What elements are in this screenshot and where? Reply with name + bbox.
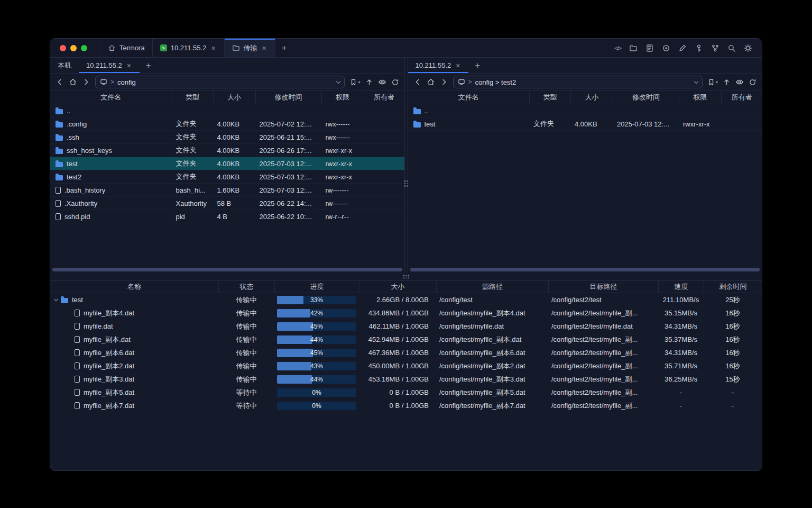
tab-host[interactable]: > 10.211.55.2 × bbox=[152, 39, 224, 57]
home-icon[interactable] bbox=[427, 78, 435, 86]
path-bar[interactable]: > config bbox=[95, 76, 345, 88]
chevron-down-icon[interactable] bbox=[336, 79, 340, 83]
table-row[interactable]: ssh_host_keys 文件夹 4.00KB 2025-06-26 17:.… bbox=[50, 144, 404, 157]
table-row[interactable]: .. bbox=[408, 104, 762, 117]
transfer-speed: 211.10MB/s bbox=[658, 293, 704, 306]
code-icon[interactable]: </> bbox=[614, 45, 621, 51]
tab-remote-host[interactable]: 10.211.55.2 × bbox=[408, 58, 469, 73]
upload-icon[interactable] bbox=[365, 78, 373, 86]
panel-splitter-vertical[interactable] bbox=[404, 58, 408, 273]
close-icon[interactable]: × bbox=[261, 44, 267, 52]
column-header[interactable]: 文件名 bbox=[408, 91, 530, 104]
column-header[interactable]: 类型 bbox=[172, 91, 213, 104]
chevron-down-icon[interactable] bbox=[694, 79, 698, 83]
bookmark-icon[interactable]: ▾ bbox=[349, 78, 360, 86]
table-row[interactable]: .Xauthority Xauthority 58 B 2025-06-22 1… bbox=[50, 197, 404, 210]
new-panel-tab-button[interactable]: + bbox=[468, 58, 486, 73]
refresh-icon[interactable] bbox=[749, 78, 756, 86]
table-row[interactable]: .bash_history bash_hi... 1.60KB 2025-07-… bbox=[50, 184, 404, 197]
refresh-icon[interactable] bbox=[391, 78, 399, 86]
table-row[interactable]: .config 文件夹 4.00KB 2025-07-02 12:... rwx… bbox=[50, 117, 404, 131]
new-panel-tab-button[interactable]: + bbox=[140, 58, 157, 73]
tab-label: 传输 bbox=[244, 43, 257, 53]
column-header[interactable]: 目标路径 bbox=[548, 281, 658, 293]
fork-icon[interactable] bbox=[711, 44, 719, 52]
panel-splitter-horizontal[interactable] bbox=[50, 273, 762, 280]
horizontal-scrollbar[interactable] bbox=[410, 268, 760, 271]
log-icon[interactable] bbox=[645, 44, 654, 52]
column-header[interactable]: 所有者 bbox=[364, 91, 404, 104]
tab-local[interactable]: 本机 bbox=[50, 58, 79, 73]
folder-icon[interactable] bbox=[629, 44, 638, 52]
column-header[interactable]: 剩余时间 bbox=[704, 281, 762, 293]
column-header[interactable]: 权限 bbox=[321, 91, 364, 104]
column-header[interactable]: 大小 bbox=[359, 281, 436, 293]
column-header[interactable]: 名称 bbox=[50, 281, 218, 293]
new-tab-button[interactable]: + bbox=[275, 39, 293, 57]
home-icon[interactable] bbox=[69, 78, 77, 86]
eye-icon[interactable] bbox=[378, 78, 386, 86]
table-row[interactable]: .ssh 文件夹 4.00KB 2025-06-21 15:... rwx---… bbox=[50, 131, 404, 144]
progress-bar: 45% bbox=[277, 322, 356, 331]
close-icon[interactable]: × bbox=[455, 61, 461, 70]
close-icon[interactable]: × bbox=[210, 44, 216, 52]
back-icon[interactable] bbox=[56, 78, 64, 86]
file-name: .. bbox=[425, 107, 428, 115]
column-header[interactable]: 状态 bbox=[218, 281, 274, 293]
transfer-row[interactable]: myfile_副本2.dat 传输中 43% 450.00MB / 1.00GB… bbox=[50, 359, 762, 373]
table-row[interactable]: sshd.pid pid 4 B 2025-06-22 10:... rw-r-… bbox=[50, 210, 404, 223]
chevron-down-icon[interactable] bbox=[54, 297, 58, 301]
column-header[interactable]: 大小 bbox=[213, 91, 255, 104]
transfer-speed: 35.37MB/s bbox=[658, 333, 704, 346]
column-header[interactable]: 文件名 bbox=[50, 91, 172, 104]
transfer-row[interactable]: myfile_副本5.dat 等待中 0% 0 B / 1.00GB /conf… bbox=[50, 386, 762, 399]
column-header[interactable]: 修改时间 bbox=[613, 91, 679, 104]
tab-termora[interactable]: Termora bbox=[100, 39, 152, 57]
transfer-row[interactable]: myfile_副本7.dat 等待中 0% 0 B / 1.00GB /conf… bbox=[50, 399, 762, 412]
transfer-row[interactable]: myfile_副本3.dat 传输中 44% 453.16MB / 1.00GB… bbox=[50, 373, 762, 386]
column-header[interactable]: 源路径 bbox=[436, 281, 548, 293]
tab-transfer[interactable]: 传输 × bbox=[224, 39, 275, 57]
column-header[interactable]: 所有者 bbox=[721, 91, 762, 104]
eye-icon[interactable] bbox=[735, 78, 744, 86]
transfer-row[interactable]: myfile.dat 传输中 45% 462.11MB / 1.00GB /co… bbox=[50, 320, 762, 333]
transfer-speed: 36.25MB/s bbox=[658, 373, 704, 386]
column-header[interactable]: 类型 bbox=[529, 91, 570, 104]
settings-gear-icon[interactable] bbox=[744, 44, 752, 52]
transfer-source: /config/test/myfile_副本4.dat bbox=[436, 306, 548, 320]
close-window-button[interactable] bbox=[60, 45, 66, 51]
column-header[interactable]: 速度 bbox=[658, 281, 704, 293]
progress-bar: 0% bbox=[277, 388, 356, 397]
horizontal-scrollbar[interactable] bbox=[52, 268, 402, 271]
forward-icon[interactable] bbox=[440, 78, 448, 86]
titlebar-actions: </> bbox=[614, 39, 762, 57]
path-bar[interactable]: > config > test2 bbox=[453, 76, 703, 88]
bookmark-icon[interactable]: ▾ bbox=[707, 78, 718, 86]
close-icon[interactable]: × bbox=[126, 61, 132, 70]
table-row-selected[interactable]: test 文件夹 4.00KB 2025-07-03 12:... rwxr-x… bbox=[50, 157, 404, 170]
file-name: ssh_host_keys bbox=[67, 147, 112, 155]
back-icon[interactable] bbox=[413, 78, 422, 86]
transfer-row[interactable]: myfile_副本4.dat 传输中 42% 434.86MB / 1.00GB… bbox=[50, 306, 762, 320]
table-row[interactable]: test2 文件夹 4.00KB 2025-07-03 12:... rwxr-… bbox=[50, 170, 404, 184]
column-header[interactable]: 进度 bbox=[274, 281, 359, 293]
transfer-target: /config/test2/test/myfile_副... bbox=[548, 373, 658, 386]
search-icon[interactable] bbox=[727, 44, 736, 52]
transfer-eta: 16秒 bbox=[704, 333, 762, 346]
table-row[interactable]: test 文件夹 4.00KB 2025-07-03 12:... rwxr-x… bbox=[408, 117, 762, 131]
tab-remote-host[interactable]: 10.211.55.2 × bbox=[79, 58, 140, 73]
zoom-window-button[interactable] bbox=[81, 45, 87, 51]
upload-icon[interactable] bbox=[723, 78, 731, 86]
transfer-row[interactable]: myfile_副本.dat 传输中 44% 452.94MB / 1.00GB … bbox=[50, 333, 762, 346]
pen-icon[interactable] bbox=[678, 44, 687, 52]
transfer-row[interactable]: myfile_副本6.dat 传输中 45% 467.36MB / 1.00GB… bbox=[50, 346, 762, 359]
forward-icon[interactable] bbox=[82, 78, 90, 86]
record-icon[interactable] bbox=[662, 44, 670, 52]
table-row[interactable]: .. bbox=[50, 104, 404, 117]
minimize-window-button[interactable] bbox=[70, 45, 77, 51]
transfer-row[interactable]: test 传输中 33% 2.66GB / 8.00GB /config/tes… bbox=[50, 293, 762, 306]
column-header[interactable]: 修改时间 bbox=[255, 91, 321, 104]
key-icon[interactable] bbox=[695, 44, 703, 52]
column-header[interactable]: 权限 bbox=[679, 91, 721, 104]
column-header[interactable]: 大小 bbox=[570, 91, 613, 104]
